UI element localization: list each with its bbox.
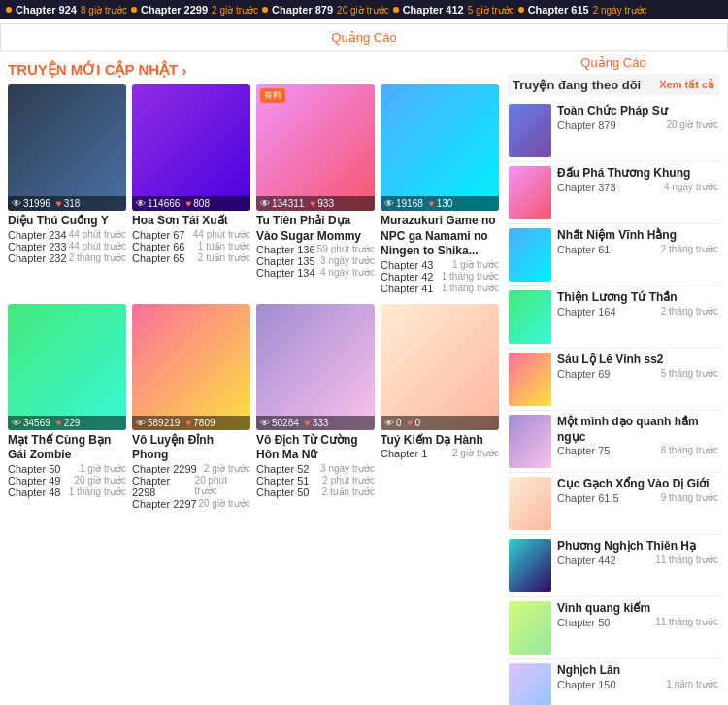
manga-item-4[interactable]: 34569 229 Mạt Thế Cùng Bạn Gái Zombie Ch… [8,304,126,510]
see-all-button[interactable]: Xem tất cả [659,79,714,91]
sidebar-thumb-4 [509,352,551,406]
sidebar-thumb-1 [509,166,551,219]
manga-item-5[interactable]: 589219 7809 Vô Luyện Đỉnh Phong Chapter … [132,304,250,510]
manga-chapter-6-2[interactable]: Chapter 50 2 tuần trước [256,487,375,498]
dot-icon [131,7,137,13]
manga-title-2: Tu Tiên Phải Dựa Vào Sugar Mommy [256,214,375,244]
manga-chapter-1-0[interactable]: Chapter 67 44 phút trước [132,229,250,241]
eye-icon [136,198,146,209]
manga-stats-2: 134311 933 [256,196,375,211]
heart-icon [305,418,311,428]
manga-chapter-5-1[interactable]: Chapter 2298 20 phút trước [132,475,250,498]
sidebar-info-7: Phương Nghịch Thiên Hạ Chapter 442 11 th… [557,539,718,566]
manga-thumb-5: 589219 7809 [132,304,250,430]
sidebar-chapter-2: Chapter 61 2 tháng trước [557,244,718,255]
heart-icon [56,418,62,428]
heart-icon [56,198,62,209]
sidebar-item-3[interactable]: Thiện Lương Tứ Thần Chapter 164 2 tháng … [507,286,720,349]
manga-item-1[interactable]: 114666 808 Hoa Sơn Tái Xuất Chapter 67 4… [132,84,250,294]
sidebar-chapter-1: Chapter 373 4 ngày trước [557,182,718,193]
manga-chapter-5-2[interactable]: Chapter 2297 20 giờ trước [132,498,250,510]
sidebar-info-2: Nhất Niệm Vĩnh Hằng Chapter 61 2 tháng t… [557,228,718,255]
manga-chapter-3-2[interactable]: Chapter 41 1 tháng trước [381,283,499,294]
topbar-item-2[interactable]: Chapter 879 20 giờ trước [262,4,389,16]
sidebar-chapter-3: Chapter 164 2 tháng trước [557,306,718,318]
manga-chapter-2-0[interactable]: Chapter 136 59 phút trước [256,244,375,255]
manga-stats-0: 31996 318 [8,196,126,211]
topbar-item-4[interactable]: Chapter 615 2 ngày trước [518,4,647,16]
sidebar-item-6[interactable]: Cục Gạch Xổng Vào Dị Giới Chapter 61.5 9… [507,473,720,535]
manga-chapter-3-0[interactable]: Chapter 43 1 giờ trước [381,259,499,271]
sidebar-chapter-9: Chapter 150 1 năm trước [557,679,718,690]
manga-title-7: Tuý Kiếm Dạ Hành [381,433,499,449]
manga-item-3[interactable]: 19168 130 Murazukuri Game no NPC ga Nama… [381,84,499,294]
sidebar-thumb-8 [509,601,551,655]
manga-chapter-4-0[interactable]: Chapter 50 1 giờ trước [8,463,126,475]
eye-icon [260,198,270,209]
sidebar-item-9[interactable]: Nghịch Lân Chapter 150 1 năm trước [507,659,720,705]
heart-icon [185,418,191,428]
sidebar-item-5[interactable]: Một mình dạo quanh hầm ngục Chapter 75 8… [507,411,720,473]
main-container: TRUYỆN MỚI CẬP NHẬT › 31996 318 Diệu Thú… [0,55,728,705]
manga-title-1: Hoa Sơn Tái Xuất [132,214,250,229]
topbar-item-0[interactable]: Chapter 924 8 giờ trước [6,4,127,16]
eye-icon [136,418,146,428]
dot-icon [262,7,268,13]
manga-chapter-1-1[interactable]: Chapter 66 1 tuần trước [132,241,250,252]
sidebar-chapter-5: Chapter 75 8 tháng trước [557,445,718,456]
sidebar: Quảng Cáo Truyện đang theo dõi Xem tất c… [507,55,720,705]
topbar-item-3[interactable]: Chapter 412 5 giờ trước [393,4,514,16]
manga-chapter-5-0[interactable]: Chapter 2299 2 giờ trước [132,463,250,475]
manga-title-3: Murazukuri Game no NPC ga Namami no Ning… [381,214,499,259]
eye-icon [12,198,21,209]
sidebar-item-7[interactable]: Phương Nghịch Thiên Hạ Chapter 442 11 th… [507,535,720,597]
content-area: TRUYỆN MỚI CẬP NHẬT › 31996 318 Diệu Thú… [8,55,499,705]
manga-chapter-6-0[interactable]: Chapter 52 3 ngày trước [256,463,375,475]
manga-thumb-2: 有料 134311 933 [256,84,375,211]
manga-chapter-4-2[interactable]: Chapter 48 1 tháng trước [8,487,126,498]
manga-item-6[interactable]: 50284 333 Vô Địch Từ Cường Hôn Ma Nữ Cha… [256,304,375,510]
manga-chapter-4-1[interactable]: Chapter 49 20 giờ trước [8,475,126,487]
manga-chapter-2-2[interactable]: Chapter 134 4 ngày trước [256,267,375,279]
sidebar-ad: Quảng Cáo [507,55,720,70]
sidebar-item-8[interactable]: Vinh quang kiếm Chapter 50 11 tháng trướ… [507,597,720,659]
manga-stats-7: 0 0 [381,416,499,430]
sidebar-item-1[interactable]: Đấu Phá Thương Khung Chapter 373 4 ngày … [507,162,720,224]
manga-chapter-2-1[interactable]: Chapter 135 3 ngày trước [256,255,375,267]
eye-icon [384,418,394,428]
manga-chapter-3-1[interactable]: Chapter 42 1 tháng trước [381,271,499,283]
manga-item-7[interactable]: 0 0 Tuý Kiếm Dạ Hành Chapter 1 2 giờ trư… [381,304,499,510]
manga-stats-1: 114666 808 [132,196,250,211]
manga-title-0: Diệu Thú Cuồng Y [8,214,126,229]
manga-chapter-0-2[interactable]: Chapter 232 2 tháng trước [8,252,126,264]
manga-title-6: Vô Địch Từ Cường Hôn Ma Nữ [256,433,375,463]
heart-icon [408,418,414,428]
manga-chapter-1-2[interactable]: Chapter 65 2 tuần trước [132,252,250,264]
sidebar-item-0[interactable]: Toàn Chức Pháp Sư Chapter 879 20 giờ trư… [507,100,720,162]
manga-chapter-6-1[interactable]: Chapter 51 2 phút trước [256,475,375,487]
sidebar-thumb-6 [509,477,551,530]
topbar-item-1[interactable]: Chapter 2299 2 giờ trước [131,4,258,16]
manga-stats-5: 589219 7809 [132,416,250,430]
manga-grid: 31996 318 Diệu Thú Cuồng Y Chapter 234 4… [8,84,499,294]
manga-stats-3: 19168 130 [381,196,499,211]
dot-icon [393,7,399,13]
manga-thumb-6: 50284 333 [256,304,375,430]
sidebar-info-8: Vinh quang kiếm Chapter 50 11 tháng trướ… [557,601,718,628]
sidebar-chapter-4: Chapter 69 5 tháng trước [557,368,718,380]
sidebar-item-4[interactable]: Sáu Lộ Lê Vinh ss2 Chapter 69 5 tháng tr… [507,349,720,411]
manga-chapter-0-0[interactable]: Chapter 234 44 phút trước [8,229,126,241]
sidebar-thumb-5 [509,415,551,468]
manga-chapter-7-0[interactable]: Chapter 1 2 giờ trước [381,448,499,459]
manga-stats-6: 50284 333 [256,416,375,430]
manga-thumb-1: 114666 808 [132,84,250,211]
manga-stats-4: 34569 229 [8,416,126,430]
manga-item-2[interactable]: 有料 134311 933 Tu Tiên Phải Dựa Vào Sugar… [256,84,375,294]
manga-chapter-0-1[interactable]: Chapter 233 44 phút trước [8,241,126,252]
manga-title-5: Vô Luyện Đỉnh Phong [132,433,250,463]
top-bar: Chapter 924 8 giờ trước Chapter 2299 2 g… [0,0,728,19]
manga-item-0[interactable]: 31996 318 Diệu Thú Cuồng Y Chapter 234 4… [8,84,126,294]
dot-icon [518,7,524,13]
sidebar-item-2[interactable]: Nhất Niệm Vĩnh Hằng Chapter 61 2 tháng t… [507,224,720,286]
section-title: TRUYỆN MỚI CẬP NHẬT › [8,61,499,79]
